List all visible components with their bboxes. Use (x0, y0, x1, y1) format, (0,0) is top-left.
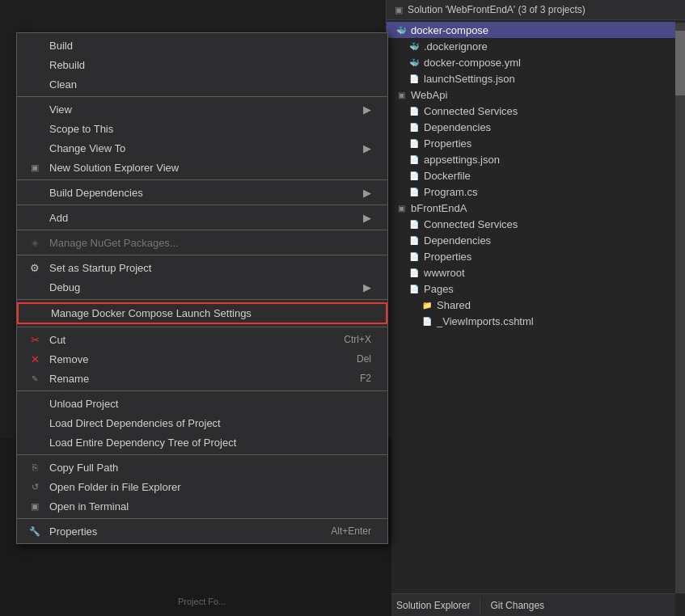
tree-item[interactable]: 📄Properties (387, 248, 675, 264)
debug-arrow: ▶ (363, 281, 371, 293)
tree-item-label: appsettings.json (424, 154, 500, 166)
tree-item-label: Dockerfile (424, 170, 471, 182)
menu-item-debug[interactable]: Debug ▶ (17, 277, 387, 297)
tree-item[interactable]: 🐳docker-compose.yml (387, 54, 675, 70)
menu-item-remove[interactable]: ✕ Remove Del (17, 349, 387, 369)
open-folder-label: Open Folder in File Explorer (49, 481, 181, 493)
tree-item-icon: 🐳 (408, 56, 421, 69)
new-sol-icon: ▣ (27, 162, 43, 173)
tree-item[interactable]: ▣WebApi (387, 86, 675, 103)
tree-item-icon: 🐳 (408, 40, 421, 53)
manage-nuget-label: Manage NuGet Packages... (49, 237, 179, 249)
tree-item-icon: 📄 (408, 104, 421, 117)
solution-explorer-panel: ▣ Solution 'WebFrontEndA' (3 of 3 projec… (386, 0, 685, 616)
cut-label: Cut (49, 334, 66, 346)
add-label: Add (49, 212, 68, 224)
tree-item[interactable]: 📄Properties (387, 135, 675, 151)
tree-item-icon: 🐳 (395, 23, 408, 36)
tree-item-label: Connected Services (424, 105, 518, 117)
menu-item-build[interactable]: Build (17, 36, 387, 55)
properties-icon: 🔧 (27, 526, 43, 537)
menu-item-clean[interactable]: Clean (17, 74, 387, 94)
menu-item-open-terminal[interactable]: ▣ Open in Terminal (17, 496, 387, 516)
tab-git-changes[interactable]: Git Changes (480, 597, 554, 614)
tree-item[interactable]: 📄Connected Services (387, 103, 675, 119)
tree-item[interactable]: 🐳.dockerignore (387, 38, 675, 54)
scrollbar-thumb[interactable] (675, 31, 685, 95)
tree-item-label: launchSettings.json (424, 73, 515, 85)
set-startup-label: Set as Startup Project (49, 262, 151, 274)
clean-label: Clean (49, 78, 77, 91)
tree-item[interactable]: 📄appsettings.json (387, 151, 675, 167)
context-menu: Build Rebuild Clean View ▶ Scope to This… (16, 32, 388, 544)
tree-item[interactable]: 📄wwwroot (387, 264, 675, 281)
tree-item[interactable]: 🐳docker-compose (387, 22, 675, 38)
rename-label: Rename (49, 373, 89, 385)
tree-item-label: Dependencies (424, 121, 491, 133)
menu-item-rebuild[interactable]: Rebuild (17, 55, 387, 74)
solution-header: ▣ Solution 'WebFrontEndA' (3 of 3 projec… (387, 0, 685, 20)
tree-item-icon: 📁 (421, 298, 433, 311)
view-label: View (49, 103, 72, 116)
tree-item[interactable]: 📄Pages (387, 281, 675, 297)
menu-item-unload-project[interactable]: Unload Project (17, 394, 387, 413)
separator-6 (17, 299, 387, 300)
tree-item[interactable]: 📄_ViewImports.cshtml (387, 313, 675, 329)
menu-item-load-direct-deps[interactable]: Load Direct Dependencies of Project (17, 413, 387, 432)
menu-item-change-view-to[interactable]: Change View To ▶ (17, 138, 387, 158)
tree-item[interactable]: ▣bFrontEndA (387, 200, 675, 216)
separator-9 (17, 454, 387, 455)
change-view-to-label: Change View To (49, 142, 125, 154)
tree-item-label: _ViewImports.cshtml (437, 315, 534, 327)
separator-8 (17, 390, 387, 391)
tree-item[interactable]: 📄Connected Services (387, 216, 675, 232)
tree-item[interactable]: 📄launchSettings.json (387, 70, 675, 86)
tree-item[interactable]: 📄Dependencies (387, 232, 675, 248)
view-arrow: ▶ (363, 103, 371, 116)
menu-item-build-deps[interactable]: Build Dependencies ▶ (17, 183, 387, 202)
menu-item-copy-full-path[interactable]: ⎘ Copy Full Path (17, 458, 387, 477)
tree-item-label: Shared (437, 299, 471, 311)
tree-item-icon: 📄 (421, 314, 433, 327)
tree-item[interactable]: 📄Dependencies (387, 119, 675, 135)
properties-shortcut: Alt+Enter (331, 525, 371, 537)
menu-item-rename[interactable]: ✎ Rename F2 (17, 369, 387, 388)
tree-item[interactable]: 📁Shared (387, 297, 675, 313)
menu-item-cut[interactable]: ✂ Cut Ctrl+X (17, 330, 387, 349)
tree-item-label: WebApi (411, 89, 447, 101)
tree-item-icon: 📄 (408, 72, 421, 85)
menu-item-scope-to-this[interactable]: Scope to This (17, 119, 387, 138)
tree-item[interactable]: 📄Dockerfile (387, 167, 675, 184)
menu-item-manage-docker[interactable]: Manage Docker Compose Launch Settings (17, 302, 387, 324)
menu-item-add[interactable]: Add ▶ (17, 208, 387, 227)
remove-icon: ✕ (27, 353, 43, 365)
separator-1 (17, 96, 387, 97)
tree-item-label: .dockerignore (424, 40, 488, 53)
tree-item[interactable]: 📄Program.cs (387, 184, 675, 200)
terminal-icon: ▣ (27, 501, 43, 512)
tree-item-label: docker-compose (411, 24, 488, 36)
separator-7 (17, 327, 387, 327)
menu-item-properties[interactable]: 🔧 Properties Alt+Enter (17, 521, 387, 541)
copy-full-path-label: Copy Full Path (49, 462, 118, 474)
tree-item-label: bFrontEndA (411, 202, 467, 214)
tree-item-icon: 📄 (408, 185, 421, 198)
menu-item-load-entire-tree[interactable]: Load Entire Dependency Tree of Project (17, 432, 387, 452)
tree-item-label: wwwroot (424, 267, 465, 279)
tab-solution-explorer[interactable]: Solution Explorer (387, 597, 480, 614)
tree-item-icon: 📄 (408, 120, 421, 133)
menu-item-manage-nuget[interactable]: ◈ Manage NuGet Packages... (17, 233, 387, 252)
solution-scrollbar[interactable] (675, 23, 685, 593)
separator-2 (17, 179, 387, 180)
unload-project-label: Unload Project (49, 398, 118, 410)
menu-item-set-startup[interactable]: ⚙ Set as Startup Project (17, 258, 387, 277)
separator-4 (17, 230, 387, 230)
load-direct-deps-label: Load Direct Dependencies of Project (49, 417, 221, 429)
add-arrow: ▶ (363, 212, 371, 224)
tree-item-label: Connected Services (424, 218, 518, 230)
menu-item-new-sol-view[interactable]: ▣ New Solution Explorer View (17, 158, 387, 177)
new-sol-view-label: New Solution Explorer View (49, 162, 179, 174)
menu-item-view[interactable]: View ▶ (17, 99, 387, 119)
debug-label: Debug (49, 281, 80, 293)
menu-item-open-folder[interactable]: ↺ Open Folder in File Explorer (17, 477, 387, 496)
